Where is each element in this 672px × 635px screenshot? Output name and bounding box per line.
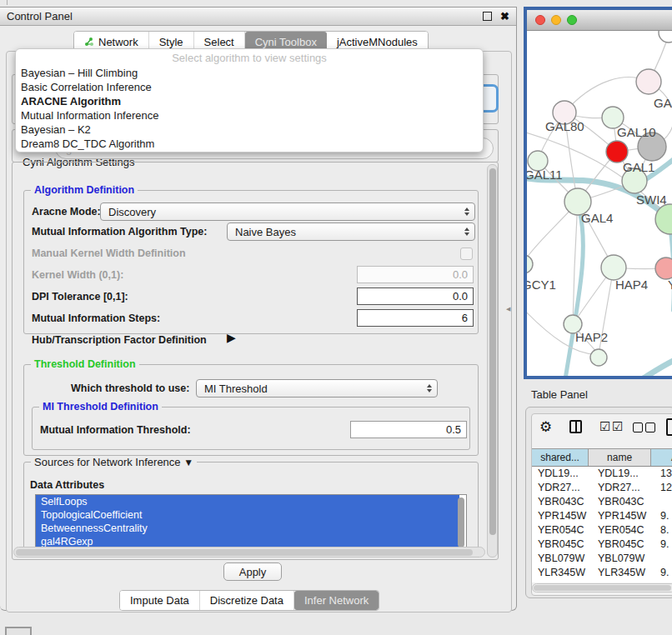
mi-steps-field[interactable]: 6: [357, 309, 474, 327]
settings-vertical-scrollbar[interactable]: [487, 164, 498, 558]
cell-value: 8.: [658, 523, 672, 538]
close-window-icon[interactable]: [535, 15, 545, 25]
mi-steps-label: Mutual Information Steps:: [32, 312, 160, 324]
manual-kernel-checkbox[interactable]: [460, 248, 473, 260]
table-panel-window: ⚙ ☑ ☑ shared... name A YDL19... YDL19...…: [525, 407, 672, 598]
aracne-mode-combo[interactable]: Discovery: [100, 202, 475, 221]
node-label: GAL4: [581, 211, 613, 225]
node-gcy1[interactable]: [527, 255, 533, 273]
table-horizontal-scrollbar[interactable]: [532, 583, 672, 592]
checked-checkbox-icon[interactable]: ☑: [599, 419, 610, 434]
tab-impute-data[interactable]: Impute Data: [120, 591, 200, 610]
tab-discretize-data-label: Discretize Data: [210, 594, 283, 607]
node-label: HAP4: [615, 278, 648, 292]
data-attributes-label: Data Attributes: [30, 479, 104, 491]
algorithm-definition-title: Algorithm Definition: [31, 184, 138, 196]
cell-shared: YBR043C: [532, 495, 592, 509]
tab-infer-network[interactable]: Infer Network: [294, 591, 379, 610]
node-hap4[interactable]: [601, 255, 626, 280]
network-canvas[interactable]: GAL GAL80 GAL10 GAL11 GAL1 SWI4 GAL4 GCY…: [527, 31, 672, 377]
collapsed-panel-icon[interactable]: [5, 627, 32, 635]
popup-item-basic-correlation[interactable]: Basic Correlation Inference: [16, 80, 483, 94]
document-icon[interactable]: [666, 418, 672, 436]
cell-name: YBR045C: [592, 538, 658, 552]
unchecked-box-icon[interactable]: [645, 422, 655, 432]
tab-network-label: Network: [98, 36, 138, 48]
control-panel-title: Control Panel: [7, 10, 73, 22]
mi-threshold-field[interactable]: 0.5: [350, 421, 467, 438]
table-settings-gear-icon[interactable]: ⚙: [539, 418, 552, 436]
cell-name: YPR145W: [592, 509, 658, 523]
float-window-icon[interactable]: [483, 12, 492, 21]
hub-expand-icon[interactable]: ▶: [227, 331, 236, 344]
kernel-width-value: 0.0: [453, 268, 468, 281]
table-body[interactable]: YDL19... YDL19... 13 YDR27... YDR27... 1…: [532, 467, 672, 582]
table-row[interactable]: YIL053C YIL053C 9: [532, 580, 672, 582]
cell-value: [658, 552, 672, 566]
list-item-topologicalcoefficient[interactable]: TopologicalCoefficient: [36, 508, 459, 522]
which-threshold-combo[interactable]: MI Threshold: [196, 379, 438, 398]
node-label: GAL80: [545, 119, 584, 133]
list-item-selfloops[interactable]: SelfLoops: [36, 495, 459, 508]
combo-spinner-icon: [427, 384, 432, 392]
mi-algorithm-type-combo[interactable]: Naive Bayes: [227, 222, 475, 241]
popup-item-mutual-information[interactable]: Mutual Information Inference: [16, 108, 483, 122]
table-hscroll-thumb[interactable]: [534, 585, 671, 591]
algorithm-popup-header: Select algorithm to view settings: [16, 49, 483, 66]
column-header-name[interactable]: name: [589, 449, 651, 466]
column-header-shared[interactable]: shared...: [532, 449, 589, 466]
zoom-window-icon[interactable]: [567, 15, 577, 25]
settings-scrollbar-thumb[interactable]: [489, 168, 496, 535]
popup-item-dream8[interactable]: Dream8 DC_TDC Algorithm: [16, 137, 483, 151]
dpi-tolerance-field[interactable]: 0.0: [357, 288, 474, 305]
table-row[interactable]: YER054C YER054C 8.: [532, 523, 672, 538]
combo-spinner-icon: [464, 208, 469, 216]
table-row[interactable]: YBL079W YBL079W: [532, 552, 672, 566]
table-row[interactable]: YDR27... YDR27... 12: [532, 481, 672, 495]
node-partial-top[interactable]: [659, 31, 672, 42]
sources-collapse-icon[interactable]: ▼: [183, 457, 193, 468]
table-row[interactable]: YLR345W YLR345W 9.: [532, 566, 672, 580]
list-item-betweennesscentrality[interactable]: BetweennessCentrality: [36, 522, 459, 535]
panel-splitter-grip[interactable]: ◀: [506, 306, 510, 312]
settings-hscroll-thumb[interactable]: [16, 549, 473, 556]
cell-name: YER054C: [592, 523, 658, 538]
popup-item-aracne[interactable]: ARACNE Algorithm: [16, 94, 483, 108]
node-label: SWI4: [636, 192, 667, 207]
manual-kernel-label: Manual Kernel Width Definition: [32, 248, 186, 259]
apply-button[interactable]: Apply: [223, 562, 282, 581]
cell-shared: YBR045C: [532, 538, 592, 552]
settings-horizontal-scrollbar[interactable]: [13, 547, 485, 558]
control-panel-titlebar[interactable]: Control Panel ✖: [0, 8, 516, 26]
cell-value: 12: [658, 481, 672, 495]
node-partial-bottom[interactable]: [590, 349, 607, 366]
node-gal-pink[interactable]: [636, 69, 661, 94]
aracne-mode-value: Discovery: [108, 206, 156, 218]
network-window-titlebar[interactable]: [527, 10, 672, 31]
table-row[interactable]: YBR043C YBR043C: [532, 495, 672, 509]
node-salmon[interactable]: [655, 258, 672, 279]
split-columns-icon[interactable]: [569, 420, 582, 433]
minimize-window-icon[interactable]: [551, 15, 561, 25]
unchecked-box-icon[interactable]: [633, 422, 643, 432]
network-node-labels: GAL GAL80 GAL10 GAL11 GAL1 SWI4 GAL4 GCY…: [527, 96, 672, 344]
popup-item-bayesian-hill-climbing[interactable]: Bayesian – Hill Climbing: [16, 66, 483, 80]
popup-item-bayesian-k2[interactable]: Bayesian – K2: [16, 122, 483, 137]
table-row[interactable]: YPR145W YPR145W 9.: [532, 509, 672, 523]
sources-title-text: Sources for Network Inference: [34, 456, 181, 468]
column-header-partial[interactable]: A: [651, 449, 672, 466]
tab-select-label: Select: [204, 36, 234, 48]
table-row[interactable]: YDL19... YDL19... 13: [532, 467, 672, 481]
column-header-shared-label: shared...: [540, 452, 579, 463]
kernel-width-field[interactable]: 0.0: [357, 266, 474, 283]
tab-discretize-data[interactable]: Discretize Data: [200, 591, 294, 610]
cell-shared: YIL053C: [532, 580, 592, 582]
node-label: GAL: [654, 96, 672, 110]
cell-value: [658, 495, 672, 509]
checked-checkbox-icon[interactable]: ☑: [612, 419, 623, 434]
close-panel-icon[interactable]: ✖: [500, 10, 509, 22]
listbox-scrollbar-thumb[interactable]: [458, 498, 464, 548]
data-attributes-listbox[interactable]: SelfLoops TopologicalCoefficient Between…: [35, 494, 467, 552]
table-row[interactable]: YBR045C YBR045C 9.: [532, 538, 672, 552]
network-view-window[interactable]: GAL GAL80 GAL10 GAL11 GAL1 SWI4 GAL4 GCY…: [524, 7, 672, 379]
